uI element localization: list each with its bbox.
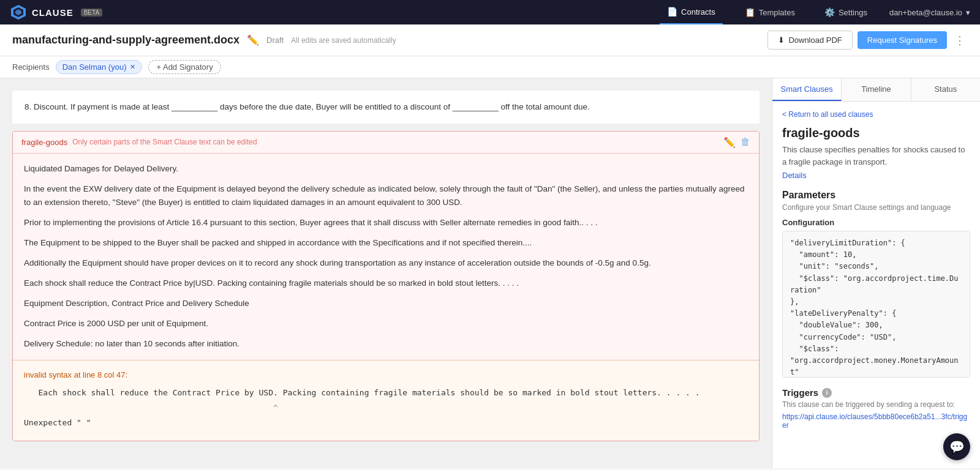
preamble-block: 8. Discount. If payment is made at least… (12, 91, 760, 124)
download-icon: ⬇ (778, 35, 785, 45)
recipients-bar: Recipients Dan Selman (you) ✕ + Add Sign… (0, 56, 980, 78)
document-title: manufacturing-and-supply-agreement.docx (12, 34, 239, 47)
top-nav: CLAUSE BETA 📄 Contracts 📋 Templates ⚙️ S… (0, 0, 980, 24)
tab-smart-clauses[interactable]: Smart Clauses (772, 78, 842, 101)
parameters-sub: Configure your Smart Clause settings and… (782, 203, 970, 212)
error-caret: ^ (24, 402, 748, 415)
beta-badge: BETA (81, 9, 102, 17)
nav-settings[interactable]: ⚙️ Settings (817, 0, 875, 24)
edit-clause-icon[interactable]: ✏️ (723, 136, 736, 148)
document-header: manufacturing-and-supply-agreement.docx … (0, 24, 980, 56)
document-status: Draft (266, 35, 284, 45)
logo-text: CLAUSE (32, 7, 74, 18)
clause-para-title: Liquidated Damages for Delayed Delivery. (24, 162, 748, 176)
parameters-title: Parameters (782, 190, 970, 201)
back-to-clauses-link[interactable]: < Return to all used clauses (782, 110, 970, 119)
remove-signatory-button[interactable]: ✕ (130, 63, 135, 71)
error-line-1: Each shock shall reduce the Contract Pri… (24, 387, 748, 400)
more-options-button[interactable]: ⋮ (952, 34, 968, 47)
clause-para-2: Prior to implementing the provisions of … (24, 216, 748, 230)
templates-icon: 📋 (745, 7, 755, 17)
nav-contracts[interactable]: 📄 Contracts (660, 0, 723, 24)
logo-area: CLAUSE BETA (10, 4, 102, 21)
autosave-label: All edits are saved automatically (291, 36, 396, 45)
triggers-title: Triggers i (782, 387, 970, 398)
tab-status[interactable]: Status (911, 78, 980, 101)
chat-icon: 💬 (949, 439, 965, 454)
clause-para-7: Contract Price is 2000 USD per unit of E… (24, 317, 748, 331)
delete-clause-icon[interactable]: 🗑 (741, 136, 750, 148)
smart-clause-name: fragile-goods (21, 138, 67, 147)
clause-logo-icon (10, 4, 27, 21)
request-signatures-button[interactable]: Request Signatures (858, 31, 947, 49)
document-panel: 8. Discount. If payment is made at least… (0, 78, 772, 468)
clause-para-4: Additionally the Equipment should have p… (24, 256, 748, 270)
edit-icon[interactable]: ✏️ (247, 34, 259, 46)
error-line-2: Unexpected " " (24, 417, 748, 430)
main-area: 8. Discount. If payment is made at least… (0, 78, 980, 468)
error-title: invalid syntax at line 8 col 47: (24, 369, 748, 382)
download-pdf-button[interactable]: ⬇ Download PDF (767, 31, 852, 50)
smart-clause-body: Liquidated Damages for Delayed Delivery.… (13, 154, 759, 360)
contracts-icon: 📄 (667, 7, 677, 17)
triggers-desc: This clause can be triggered by sending … (782, 400, 970, 409)
clause-para-1: In the event the EXW delivery date of th… (24, 182, 748, 211)
config-box: "deliveryLimitDuration": { "amount": 10,… (782, 231, 970, 378)
clause-para-6: Equipment Description, Contract Price an… (24, 297, 748, 311)
clause-detail-desc: This clause specifies penalties for shoc… (782, 144, 970, 168)
right-tabs: Smart Clauses Timeline Status (772, 78, 980, 102)
clause-details-link[interactable]: Details (782, 171, 807, 180)
smart-clause-hint: Only certain parts of the Smart Clause t… (72, 138, 718, 146)
clause-para-5: Each shock shall reduce the Contract Pri… (24, 277, 748, 291)
trigger-url: https://api.clause.io/clauses/5bbb80ece6… (782, 412, 970, 430)
right-panel: Smart Clauses Timeline Status < Return t… (772, 78, 980, 468)
triggers-info-icon[interactable]: i (822, 388, 832, 398)
nav-templates[interactable]: 📋 Templates (737, 0, 802, 24)
recipients-label: Recipients (12, 62, 50, 72)
clause-para-3: The Equipment to be shipped to the Buyer… (24, 236, 748, 250)
signatory-chip: Dan Selman (you) ✕ (56, 60, 143, 74)
right-panel-content: < Return to all used clauses fragile-goo… (772, 102, 980, 468)
chat-button[interactable]: 💬 (943, 433, 970, 460)
chevron-down-icon: ▾ (966, 8, 970, 17)
smart-clause-block: fragile-goods Only certain parts of the … (12, 131, 760, 442)
smart-clause-header: fragile-goods Only certain parts of the … (13, 132, 759, 154)
clause-detail-title: fragile-goods (782, 126, 970, 140)
settings-icon: ⚙️ (824, 7, 835, 17)
add-signatory-button[interactable]: + Add Signatory (148, 60, 221, 74)
error-block: invalid syntax at line 8 col 47: Each sh… (13, 360, 759, 441)
config-label: Configuration (782, 218, 970, 227)
user-menu[interactable]: dan+beta@clause.io ▾ (889, 8, 970, 17)
tab-timeline[interactable]: Timeline (842, 78, 911, 101)
clause-para-8: Delivery Schedule: no later than 10 seco… (24, 337, 748, 351)
